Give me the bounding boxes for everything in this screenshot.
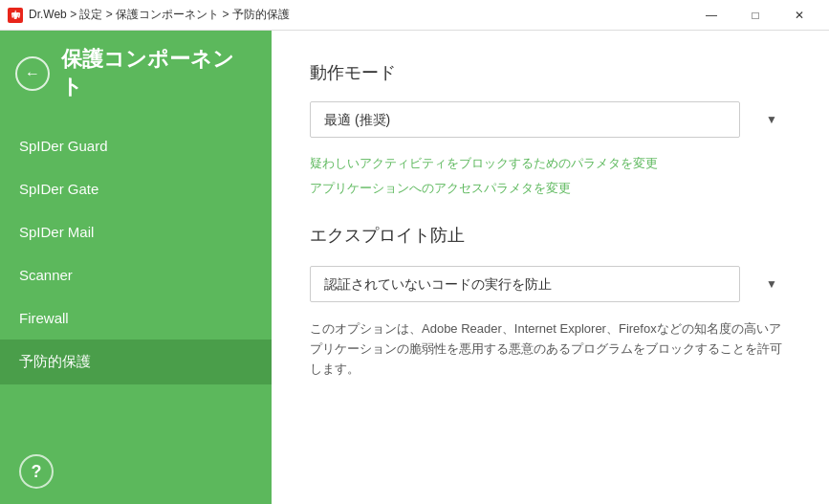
- help-button[interactable]: ?: [19, 454, 54, 489]
- title-bar-text: Dr.Web > 設定 > 保護コンポーネント > 予防的保護: [29, 7, 689, 23]
- sidebar-item-scanner[interactable]: Scanner: [0, 253, 272, 296]
- dropdown2[interactable]: 認証されていないコードの実行を防止: [310, 266, 740, 302]
- sidebar-footer: ?: [0, 439, 272, 504]
- sidebar-item-spider-gate[interactable]: SpIDer Gate: [0, 167, 272, 210]
- dropdown2-wrapper: 認証されていないコードの実行を防止 ▼: [310, 266, 791, 302]
- dropdown1-wrapper: 最適 (推奨) ▼: [310, 101, 791, 138]
- dropdown1[interactable]: 最適 (推奨): [310, 101, 740, 138]
- info-text: このオプションは、Adobe Reader、Internet Explorer、…: [310, 319, 788, 379]
- sidebar-header: ← 保護コンポーネント: [0, 31, 272, 117]
- dropdown2-arrow-icon: ▼: [766, 277, 777, 291]
- minimize-button[interactable]: —: [689, 0, 733, 31]
- maximize-button[interactable]: □: [733, 0, 777, 31]
- section2-title: エクスプロイト防止: [310, 224, 791, 247]
- sidebar-title: 保護コンポーネント: [61, 46, 252, 100]
- close-button[interactable]: ✕: [777, 0, 821, 31]
- sidebar-item-spider-mail[interactable]: SpIDer Mail: [0, 210, 272, 253]
- title-bar: 🕷 Dr.Web > 設定 > 保護コンポーネント > 予防的保護 — □ ✕: [0, 0, 829, 31]
- title-bar-controls: — □ ✕: [689, 0, 821, 31]
- section1-title: 動作モード: [310, 61, 791, 84]
- sidebar-item-preventive[interactable]: 予防的保護: [0, 340, 272, 384]
- dropdown1-arrow-icon: ▼: [766, 113, 777, 126]
- link1[interactable]: 疑わしいアクティビティをブロックするためのパラメタを変更: [310, 155, 791, 172]
- app-icon: 🕷: [8, 8, 23, 23]
- app-icon-text: 🕷: [11, 11, 20, 20]
- main-container: ← 保護コンポーネント SpIDer GuardSpIDer GateSpIDe…: [0, 31, 829, 504]
- section-divider: エクスプロイト防止: [310, 224, 791, 247]
- link2[interactable]: アプリケーションへのアクセスパラメタを変更: [310, 180, 791, 197]
- content-area: 動作モード 最適 (推奨) ▼ 疑わしいアクティビティをブロックするためのパラメ…: [272, 31, 829, 504]
- sidebar-nav: SpIDer GuardSpIDer GateSpIDer MailScanne…: [0, 117, 272, 439]
- sidebar-item-spider-guard[interactable]: SpIDer Guard: [0, 124, 272, 167]
- sidebar: ← 保護コンポーネント SpIDer GuardSpIDer GateSpIDe…: [0, 31, 272, 504]
- sidebar-item-firewall[interactable]: Firewall: [0, 296, 272, 340]
- back-button[interactable]: ←: [15, 56, 50, 91]
